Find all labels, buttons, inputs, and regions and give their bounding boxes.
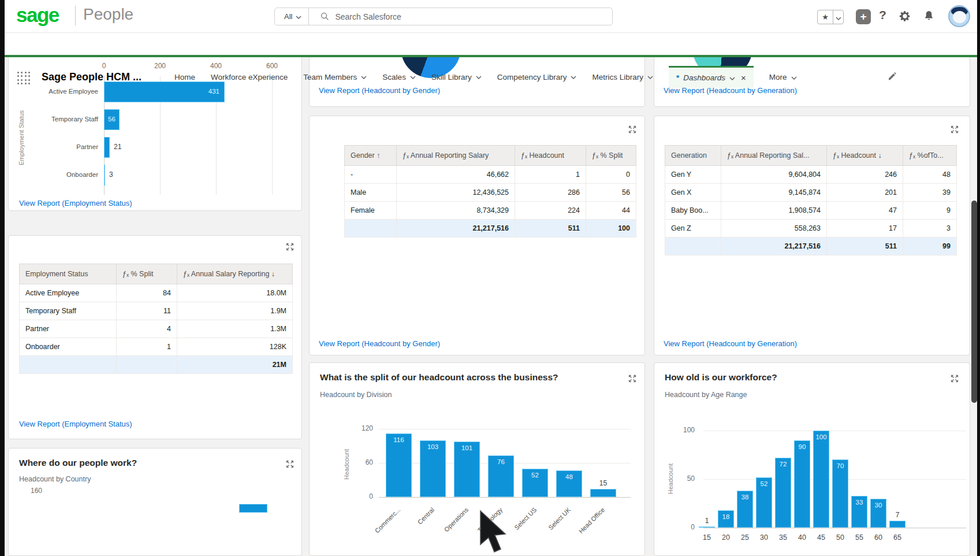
expand-icon[interactable] xyxy=(286,460,294,468)
category-label: 50 xyxy=(831,533,849,542)
bar xyxy=(794,440,810,528)
view-report-link[interactable]: View Report (Employment Status) xyxy=(19,199,132,207)
category-label: 60 xyxy=(869,533,888,542)
column-header[interactable]: Generation xyxy=(665,146,721,166)
table-row: Gen X9,145,87420139 xyxy=(665,184,957,202)
bar xyxy=(832,459,848,528)
view-report-link[interactable]: View Report (Headcount by Generation) xyxy=(664,339,797,348)
x-axis-line xyxy=(379,497,631,498)
axis-tick: 200 xyxy=(148,62,172,70)
tab-dashboards[interactable]: * Dashboards × xyxy=(669,66,754,88)
value-label: 15 xyxy=(586,479,621,487)
gear-icon[interactable] xyxy=(899,10,911,23)
cell: Male xyxy=(345,184,397,202)
cell: Active Employee xyxy=(20,284,117,302)
cell: 286 xyxy=(515,184,586,202)
axis-tick: 160 xyxy=(23,487,42,495)
total-cell: 100 xyxy=(586,220,636,238)
user-avatar[interactable] xyxy=(948,5,970,27)
employment-status-table: Employment Statusƒₓ % Splitƒₓ Annual Sal… xyxy=(19,264,292,374)
bar xyxy=(775,458,791,528)
chevron-down-icon xyxy=(476,76,482,79)
tab-competency-library[interactable]: Competency Library xyxy=(497,73,577,81)
help-icon[interactable]: ? xyxy=(879,8,886,22)
column-header[interactable]: ƒₓ Headcount ↓ xyxy=(827,146,903,166)
tab-metrics-library[interactable]: Metrics Library xyxy=(592,73,653,81)
total-row: 21M xyxy=(20,356,293,374)
cell: 1,908,574 xyxy=(721,202,827,220)
bar xyxy=(104,165,105,186)
tab-label: Competency Library xyxy=(497,73,567,81)
tab-label: Home xyxy=(174,73,195,81)
cell: Baby Boo... xyxy=(665,202,721,220)
y-axis-label: Employment Status xyxy=(18,84,25,191)
expand-icon[interactable] xyxy=(951,125,959,134)
table-row: Partner41.3M xyxy=(20,320,293,338)
view-report-link[interactable]: View Report (Headcount by Gender) xyxy=(319,339,440,348)
column-header[interactable]: ƒₓ % Split xyxy=(117,264,177,284)
view-report-link[interactable]: View Report (Employment Status) xyxy=(19,420,132,428)
column-header[interactable]: ƒₓ Annual Reporting Sal... xyxy=(721,146,827,166)
cell: 4 xyxy=(117,320,177,338)
gender-table-card: Gender ↑ƒₓ Annual Reporting Salaryƒₓ Hea… xyxy=(309,116,645,355)
headcount-by-age-bar-chart: 1005001151820382552307235904010045705033… xyxy=(654,363,970,555)
favorites-button[interactable]: ★ xyxy=(817,10,844,24)
y-axis-label: Headcount xyxy=(343,427,350,502)
quick-create-button[interactable]: + xyxy=(856,9,871,24)
edit-pencil-icon[interactable] xyxy=(888,72,897,83)
cell: Onboarder xyxy=(20,338,117,356)
column-header[interactable]: ƒₓ Annual Reporting Salary xyxy=(397,146,515,166)
close-tab-icon[interactable]: × xyxy=(741,73,746,83)
tab-scales[interactable]: Scales xyxy=(382,73,416,81)
tab-dashboards-label: Dashboards xyxy=(683,73,725,82)
column-header[interactable]: ƒₓ Headcount xyxy=(515,146,586,166)
vertical-scrollbar[interactable] xyxy=(971,201,977,403)
search-scope-label: All xyxy=(284,12,292,21)
cell: Gen Y xyxy=(665,166,721,184)
total-cell xyxy=(117,356,177,374)
table-row: Female8,734,32922444 xyxy=(345,202,636,220)
category-label: 35 xyxy=(774,533,792,542)
column-header[interactable]: ƒₓ %ofTo... xyxy=(903,146,957,166)
bar xyxy=(590,489,616,497)
value-label: 76 xyxy=(485,458,517,465)
tab-team-members[interactable]: Team Members xyxy=(303,73,367,81)
cell: 224 xyxy=(515,202,586,220)
axis-tick: 60 xyxy=(348,458,373,466)
cell: 128K xyxy=(177,338,293,356)
category-label: 20 xyxy=(717,533,735,542)
tab-home[interactable]: Home xyxy=(174,73,195,81)
tab-workforce-experience[interactable]: Workforce eXperience xyxy=(211,73,288,81)
column-header[interactable]: Gender ↑ xyxy=(345,146,397,166)
tab-more[interactable]: More xyxy=(769,73,797,81)
app-launcher-icon[interactable] xyxy=(17,72,30,84)
bar xyxy=(889,521,906,528)
table-row: Temporary Staff111.9M xyxy=(20,302,293,320)
search-input[interactable] xyxy=(335,12,612,21)
cell: 3 xyxy=(903,220,957,238)
value-label: 30 xyxy=(867,502,890,509)
value-label: 90 xyxy=(791,443,814,450)
global-header: sage People All ★ + ? xyxy=(0,0,980,33)
category-label: 25 xyxy=(736,533,754,542)
chevron-down-icon[interactable] xyxy=(729,73,735,82)
gridline xyxy=(272,76,273,195)
bar xyxy=(104,137,110,158)
column-header[interactable]: ƒₓ % Split xyxy=(586,146,636,166)
expand-icon[interactable] xyxy=(628,125,636,134)
tab-skill-library[interactable]: Skill Library xyxy=(431,73,482,81)
value-label: 100 xyxy=(810,433,833,440)
favorites-dropdown-icon[interactable] xyxy=(833,10,843,24)
star-icon[interactable]: ★ xyxy=(818,10,833,24)
expand-icon[interactable] xyxy=(286,243,294,251)
cell: 44 xyxy=(586,202,636,220)
search-scope-dropdown[interactable]: All xyxy=(275,8,308,25)
nav-accent-line xyxy=(0,55,980,57)
cell: 39 xyxy=(903,184,957,202)
column-header[interactable]: Employment Status xyxy=(20,264,117,284)
total-cell: 511 xyxy=(827,238,903,255)
x-axis-line xyxy=(703,528,966,528)
bell-icon[interactable] xyxy=(923,9,935,22)
column-header[interactable]: ƒₓ Annual Salary Reporting ↓ xyxy=(177,264,293,284)
card-title: Where do our people work? xyxy=(19,458,137,468)
